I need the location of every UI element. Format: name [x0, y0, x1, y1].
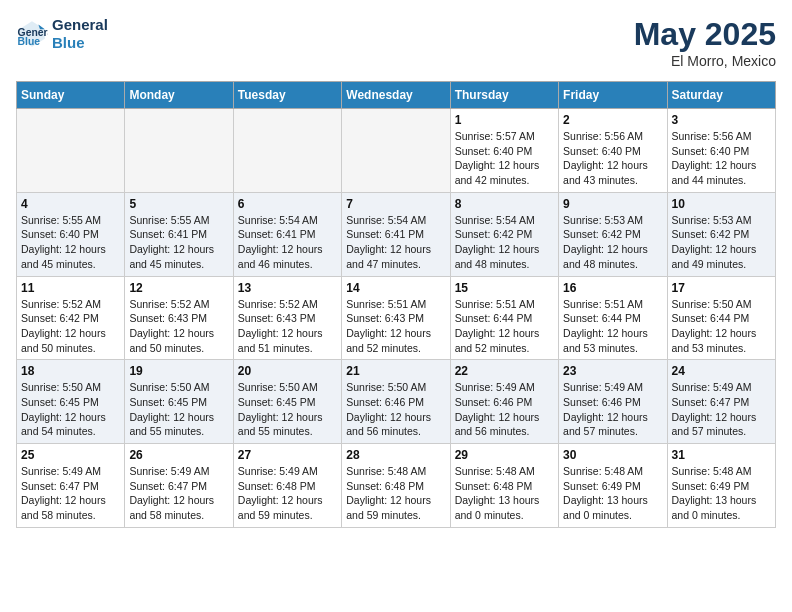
calendar-table: SundayMondayTuesdayWednesdayThursdayFrid…	[16, 81, 776, 528]
day-info: Sunrise: 5:50 AM Sunset: 6:46 PM Dayligh…	[346, 380, 445, 439]
calendar-cell: 10Sunrise: 5:53 AM Sunset: 6:42 PM Dayli…	[667, 192, 775, 276]
calendar-cell: 23Sunrise: 5:49 AM Sunset: 6:46 PM Dayli…	[559, 360, 667, 444]
calendar-header-row: SundayMondayTuesdayWednesdayThursdayFrid…	[17, 82, 776, 109]
title-block: May 2025 El Morro, Mexico	[634, 16, 776, 69]
day-number: 28	[346, 448, 445, 462]
day-info: Sunrise: 5:55 AM Sunset: 6:41 PM Dayligh…	[129, 213, 228, 272]
day-info: Sunrise: 5:52 AM Sunset: 6:42 PM Dayligh…	[21, 297, 120, 356]
calendar-week-row: 18Sunrise: 5:50 AM Sunset: 6:45 PM Dayli…	[17, 360, 776, 444]
day-number: 9	[563, 197, 662, 211]
day-info: Sunrise: 5:51 AM Sunset: 6:43 PM Dayligh…	[346, 297, 445, 356]
calendar-header-sunday: Sunday	[17, 82, 125, 109]
day-info: Sunrise: 5:53 AM Sunset: 6:42 PM Dayligh…	[672, 213, 771, 272]
calendar-cell: 14Sunrise: 5:51 AM Sunset: 6:43 PM Dayli…	[342, 276, 450, 360]
day-number: 13	[238, 281, 337, 295]
logo: General Blue General Blue	[16, 16, 108, 52]
calendar-week-row: 4Sunrise: 5:55 AM Sunset: 6:40 PM Daylig…	[17, 192, 776, 276]
day-number: 22	[455, 364, 554, 378]
day-info: Sunrise: 5:52 AM Sunset: 6:43 PM Dayligh…	[238, 297, 337, 356]
calendar-cell: 21Sunrise: 5:50 AM Sunset: 6:46 PM Dayli…	[342, 360, 450, 444]
calendar-cell: 15Sunrise: 5:51 AM Sunset: 6:44 PM Dayli…	[450, 276, 558, 360]
day-number: 29	[455, 448, 554, 462]
day-number: 14	[346, 281, 445, 295]
day-number: 25	[21, 448, 120, 462]
calendar-cell: 18Sunrise: 5:50 AM Sunset: 6:45 PM Dayli…	[17, 360, 125, 444]
calendar-cell: 16Sunrise: 5:51 AM Sunset: 6:44 PM Dayli…	[559, 276, 667, 360]
day-number: 21	[346, 364, 445, 378]
day-info: Sunrise: 5:48 AM Sunset: 6:48 PM Dayligh…	[455, 464, 554, 523]
day-number: 5	[129, 197, 228, 211]
calendar-cell: 6Sunrise: 5:54 AM Sunset: 6:41 PM Daylig…	[233, 192, 341, 276]
calendar-cell: 3Sunrise: 5:56 AM Sunset: 6:40 PM Daylig…	[667, 109, 775, 193]
day-number: 11	[21, 281, 120, 295]
calendar-header-thursday: Thursday	[450, 82, 558, 109]
calendar-cell	[17, 109, 125, 193]
day-number: 31	[672, 448, 771, 462]
day-number: 12	[129, 281, 228, 295]
calendar-cell: 4Sunrise: 5:55 AM Sunset: 6:40 PM Daylig…	[17, 192, 125, 276]
calendar-cell: 26Sunrise: 5:49 AM Sunset: 6:47 PM Dayli…	[125, 444, 233, 528]
day-number: 15	[455, 281, 554, 295]
calendar-cell	[233, 109, 341, 193]
calendar-cell: 17Sunrise: 5:50 AM Sunset: 6:44 PM Dayli…	[667, 276, 775, 360]
month-title: May 2025	[634, 16, 776, 53]
day-info: Sunrise: 5:50 AM Sunset: 6:45 PM Dayligh…	[238, 380, 337, 439]
calendar-header-saturday: Saturday	[667, 82, 775, 109]
day-info: Sunrise: 5:50 AM Sunset: 6:45 PM Dayligh…	[129, 380, 228, 439]
day-number: 3	[672, 113, 771, 127]
calendar-cell: 13Sunrise: 5:52 AM Sunset: 6:43 PM Dayli…	[233, 276, 341, 360]
day-info: Sunrise: 5:55 AM Sunset: 6:40 PM Dayligh…	[21, 213, 120, 272]
day-info: Sunrise: 5:54 AM Sunset: 6:41 PM Dayligh…	[238, 213, 337, 272]
day-number: 23	[563, 364, 662, 378]
day-number: 10	[672, 197, 771, 211]
calendar-week-row: 25Sunrise: 5:49 AM Sunset: 6:47 PM Dayli…	[17, 444, 776, 528]
calendar-cell: 28Sunrise: 5:48 AM Sunset: 6:48 PM Dayli…	[342, 444, 450, 528]
calendar-cell: 2Sunrise: 5:56 AM Sunset: 6:40 PM Daylig…	[559, 109, 667, 193]
calendar-cell	[125, 109, 233, 193]
day-info: Sunrise: 5:56 AM Sunset: 6:40 PM Dayligh…	[672, 129, 771, 188]
svg-text:Blue: Blue	[18, 36, 41, 47]
location: El Morro, Mexico	[634, 53, 776, 69]
calendar-header-monday: Monday	[125, 82, 233, 109]
calendar-cell: 20Sunrise: 5:50 AM Sunset: 6:45 PM Dayli…	[233, 360, 341, 444]
day-info: Sunrise: 5:48 AM Sunset: 6:48 PM Dayligh…	[346, 464, 445, 523]
day-info: Sunrise: 5:54 AM Sunset: 6:42 PM Dayligh…	[455, 213, 554, 272]
calendar-cell: 1Sunrise: 5:57 AM Sunset: 6:40 PM Daylig…	[450, 109, 558, 193]
day-number: 6	[238, 197, 337, 211]
calendar-cell: 12Sunrise: 5:52 AM Sunset: 6:43 PM Dayli…	[125, 276, 233, 360]
calendar-week-row: 11Sunrise: 5:52 AM Sunset: 6:42 PM Dayli…	[17, 276, 776, 360]
calendar-cell: 25Sunrise: 5:49 AM Sunset: 6:47 PM Dayli…	[17, 444, 125, 528]
day-info: Sunrise: 5:53 AM Sunset: 6:42 PM Dayligh…	[563, 213, 662, 272]
calendar-cell: 8Sunrise: 5:54 AM Sunset: 6:42 PM Daylig…	[450, 192, 558, 276]
logo-blue-text: Blue	[52, 34, 108, 52]
day-info: Sunrise: 5:49 AM Sunset: 6:46 PM Dayligh…	[563, 380, 662, 439]
calendar-week-row: 1Sunrise: 5:57 AM Sunset: 6:40 PM Daylig…	[17, 109, 776, 193]
day-info: Sunrise: 5:52 AM Sunset: 6:43 PM Dayligh…	[129, 297, 228, 356]
day-number: 16	[563, 281, 662, 295]
calendar-cell: 31Sunrise: 5:48 AM Sunset: 6:49 PM Dayli…	[667, 444, 775, 528]
calendar-cell: 22Sunrise: 5:49 AM Sunset: 6:46 PM Dayli…	[450, 360, 558, 444]
calendar-cell: 24Sunrise: 5:49 AM Sunset: 6:47 PM Dayli…	[667, 360, 775, 444]
calendar-cell	[342, 109, 450, 193]
day-info: Sunrise: 5:51 AM Sunset: 6:44 PM Dayligh…	[455, 297, 554, 356]
day-number: 1	[455, 113, 554, 127]
logo-icon: General Blue	[16, 18, 48, 50]
day-info: Sunrise: 5:49 AM Sunset: 6:48 PM Dayligh…	[238, 464, 337, 523]
day-number: 7	[346, 197, 445, 211]
calendar-header-tuesday: Tuesday	[233, 82, 341, 109]
calendar-header-friday: Friday	[559, 82, 667, 109]
day-info: Sunrise: 5:50 AM Sunset: 6:45 PM Dayligh…	[21, 380, 120, 439]
day-number: 30	[563, 448, 662, 462]
calendar-cell: 7Sunrise: 5:54 AM Sunset: 6:41 PM Daylig…	[342, 192, 450, 276]
calendar-cell: 11Sunrise: 5:52 AM Sunset: 6:42 PM Dayli…	[17, 276, 125, 360]
day-number: 19	[129, 364, 228, 378]
calendar-header-wednesday: Wednesday	[342, 82, 450, 109]
day-number: 18	[21, 364, 120, 378]
calendar-cell: 27Sunrise: 5:49 AM Sunset: 6:48 PM Dayli…	[233, 444, 341, 528]
day-info: Sunrise: 5:51 AM Sunset: 6:44 PM Dayligh…	[563, 297, 662, 356]
day-info: Sunrise: 5:57 AM Sunset: 6:40 PM Dayligh…	[455, 129, 554, 188]
day-number: 24	[672, 364, 771, 378]
calendar-cell: 29Sunrise: 5:48 AM Sunset: 6:48 PM Dayli…	[450, 444, 558, 528]
calendar-cell: 19Sunrise: 5:50 AM Sunset: 6:45 PM Dayli…	[125, 360, 233, 444]
day-info: Sunrise: 5:48 AM Sunset: 6:49 PM Dayligh…	[672, 464, 771, 523]
